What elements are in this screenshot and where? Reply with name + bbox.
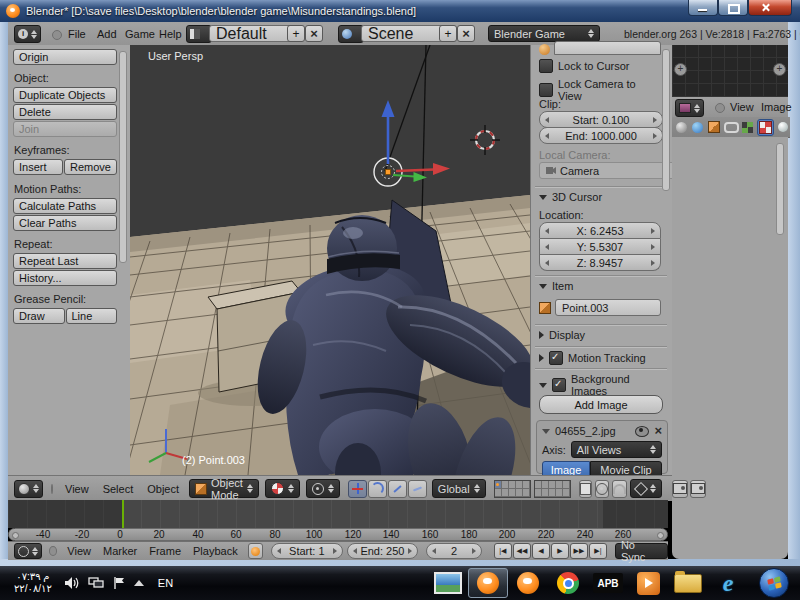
menu-frame[interactable]: Frame bbox=[149, 545, 181, 557]
current-frame-field[interactable]: 2 bbox=[426, 543, 482, 559]
snap-toggle-button[interactable] bbox=[612, 480, 627, 498]
lock-object-field[interactable] bbox=[539, 41, 661, 55]
checkbox-checked-icon[interactable] bbox=[552, 378, 566, 392]
language-indicator[interactable]: EN bbox=[158, 577, 173, 589]
add-layout-button[interactable]: + bbox=[287, 25, 305, 42]
panel-header-background-images[interactable]: Background Images bbox=[539, 373, 661, 397]
render-opengl-anim-button[interactable] bbox=[690, 480, 706, 498]
frame-end-field[interactable]: End: 250 bbox=[347, 543, 419, 559]
tab-object-icon[interactable] bbox=[707, 120, 722, 135]
clip-end-field[interactable]: End: 1000.000 bbox=[539, 127, 663, 144]
checkbox-checked-icon[interactable] bbox=[549, 351, 563, 365]
grease-draw-button[interactable]: Draw bbox=[13, 308, 65, 324]
taskbar-app-explorer[interactable] bbox=[668, 568, 708, 598]
insert-keyframe-button[interactable]: Insert bbox=[13, 159, 63, 175]
grease-line-button[interactable]: Line bbox=[66, 308, 118, 324]
taskbar-app-apb[interactable]: APB bbox=[588, 568, 628, 598]
timeline-track[interactable] bbox=[8, 500, 668, 528]
local-camera-field[interactable]: Camera bbox=[539, 162, 675, 179]
menu-view[interactable]: View bbox=[730, 101, 754, 113]
next-keyframe-button[interactable]: ▶▶ bbox=[570, 543, 588, 559]
close-button[interactable] bbox=[748, 0, 792, 16]
area-split-widget[interactable]: + bbox=[773, 63, 786, 76]
panel-header-display[interactable]: Display bbox=[539, 329, 661, 341]
menu-select[interactable]: Select bbox=[103, 483, 134, 495]
cursor-z-field[interactable]: Z: 8.9457 bbox=[539, 255, 661, 271]
show-hidden-icons-button[interactable] bbox=[134, 580, 144, 586]
editor-type-button[interactable]: i bbox=[14, 25, 41, 43]
network-icon[interactable] bbox=[88, 576, 104, 590]
layer-cell-active[interactable] bbox=[495, 481, 502, 489]
checkbox-icon[interactable] bbox=[539, 59, 553, 73]
delete-button[interactable]: Delete bbox=[13, 104, 117, 120]
menu-file[interactable]: File bbox=[68, 28, 86, 40]
tab-material-icon[interactable] bbox=[776, 120, 791, 135]
add-image-button[interactable]: Add Image bbox=[539, 395, 663, 414]
clear-paths-button[interactable]: Clear Paths bbox=[13, 215, 117, 231]
editor-type-button[interactable] bbox=[14, 480, 43, 498]
timeline-ruler[interactable]: -40 -20 0 20 40 60 80 100 120 140 160 18… bbox=[8, 528, 668, 541]
maximize-button[interactable] bbox=[718, 0, 748, 16]
menu-view[interactable]: View bbox=[67, 545, 91, 557]
taskbar-app-media-player[interactable] bbox=[628, 568, 668, 598]
start-button[interactable] bbox=[748, 568, 800, 598]
image-editor-canvas[interactable]: + + bbox=[672, 45, 788, 97]
layers-grid-1[interactable] bbox=[494, 480, 531, 498]
panel-header-item[interactable]: Item bbox=[539, 280, 661, 292]
tool-shelf-scrollbar[interactable] bbox=[119, 51, 127, 263]
editor-type-button[interactable] bbox=[14, 543, 42, 559]
properties-scrollbar[interactable] bbox=[662, 49, 670, 191]
menu-object[interactable]: Object bbox=[147, 483, 179, 495]
proportional-edit-button[interactable] bbox=[595, 480, 609, 498]
action-center-flag-icon[interactable] bbox=[112, 576, 126, 590]
jump-to-start-button[interactable]: |◀ bbox=[494, 543, 512, 559]
manipulator-extra-button[interactable] bbox=[408, 480, 427, 498]
pivot-point-select[interactable] bbox=[306, 479, 340, 498]
join-button[interactable]: Join bbox=[13, 121, 117, 137]
duplicate-objects-button[interactable]: Duplicate Objects bbox=[13, 87, 117, 103]
viewport-3d[interactable]: User Persp (2) Point.003 bbox=[130, 45, 530, 475]
prev-keyframe-button[interactable]: ◀◀ bbox=[513, 543, 531, 559]
render-engine-select[interactable]: Blender Game bbox=[488, 25, 600, 42]
origin-button[interactable]: Origin bbox=[13, 49, 117, 65]
taskbar-clock[interactable]: م ٠٧:٣٩ ٢٢/٠٨/١٢ bbox=[14, 571, 52, 595]
delete-scene-button[interactable] bbox=[457, 25, 475, 42]
play-reverse-button[interactable]: ◀ bbox=[532, 543, 550, 559]
play-button[interactable]: ▶ bbox=[551, 543, 569, 559]
tab-render-icon[interactable] bbox=[674, 120, 689, 135]
layers-grid-2[interactable] bbox=[534, 480, 571, 498]
properties-editor-scrollbar[interactable] bbox=[776, 143, 784, 235]
add-scene-button[interactable]: + bbox=[439, 25, 457, 42]
menu-image[interactable]: Image bbox=[761, 101, 792, 113]
clip-start-field[interactable]: Start: 0.100 bbox=[539, 111, 663, 128]
taskbar-app-chrome[interactable] bbox=[548, 568, 588, 598]
scene-field[interactable]: Scene bbox=[361, 25, 451, 42]
repeat-last-button[interactable]: Repeat Last bbox=[13, 253, 117, 269]
render-opengl-button[interactable] bbox=[672, 480, 688, 498]
disclosure-open-icon[interactable] bbox=[542, 429, 550, 434]
frame-start-field[interactable]: Start: 1 bbox=[271, 543, 343, 559]
axis-select[interactable]: All Views bbox=[571, 441, 662, 458]
sync-mode-select[interactable]: No Sync bbox=[615, 543, 668, 559]
header-pin-icon[interactable] bbox=[52, 30, 62, 40]
menu-playback[interactable]: Playback bbox=[193, 545, 238, 557]
menu-help[interactable]: Help bbox=[159, 28, 182, 40]
lock-to-cursor-row[interactable]: Lock to Cursor bbox=[539, 59, 661, 73]
volume-icon[interactable] bbox=[64, 576, 80, 590]
editor-type-button[interactable] bbox=[675, 99, 704, 117]
header-pin-icon[interactable] bbox=[715, 103, 725, 113]
visibility-eye-icon[interactable] bbox=[635, 426, 649, 437]
checkbox-icon[interactable] bbox=[539, 83, 553, 97]
manipulator-rotate-button[interactable] bbox=[368, 480, 387, 498]
cursor-x-field[interactable]: X: 6.2453 bbox=[539, 222, 661, 239]
remove-keyframe-button[interactable]: Remove bbox=[64, 159, 117, 175]
menu-view[interactable]: View bbox=[65, 483, 89, 495]
area-split-widget[interactable]: + bbox=[674, 63, 687, 76]
menu-game[interactable]: Game bbox=[125, 28, 155, 40]
menu-marker[interactable]: Marker bbox=[103, 545, 137, 557]
taskbar-app-blender-active[interactable] bbox=[468, 568, 508, 598]
header-pin-icon[interactable] bbox=[49, 546, 57, 556]
panel-header-3d-cursor[interactable]: 3D Cursor bbox=[539, 191, 661, 203]
lock-to-scene-button[interactable] bbox=[579, 480, 592, 498]
header-pin-icon[interactable] bbox=[51, 484, 53, 494]
